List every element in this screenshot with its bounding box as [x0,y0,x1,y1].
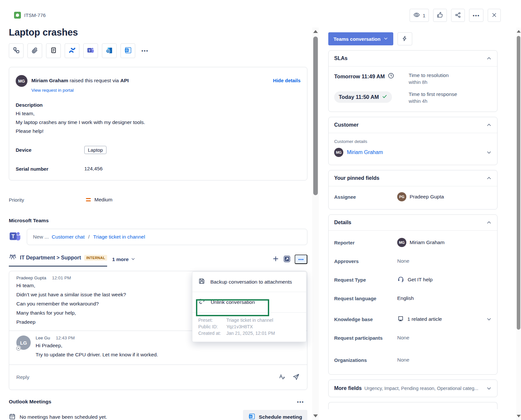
field-value[interactable]: None [397,335,492,341]
customer-heading: Customer [334,122,359,128]
breadcrumb[interactable]: ITSM-776 [14,12,307,19]
message-author[interactable]: Pradeep Gupta [16,275,46,280]
outlook-button[interactable]: O [102,43,117,58]
request-raised-line: Miriam Graham raised this request via AP… [31,78,129,84]
assignee-value[interactable]: PG Pradeep Gupta [397,192,492,201]
reply-input[interactable]: Reply [16,374,278,380]
device-value-chip[interactable]: Laptop [84,146,106,154]
scroll-up-arrow[interactable] [313,30,318,33]
outlook-meetings-heading: Outlook Meetings [9,399,51,405]
channel-name[interactable]: IT Department > Support [20,255,81,261]
view-request-portal-link[interactable]: View request in portal [31,88,74,93]
field-value[interactable]: 1 related article [397,315,492,323]
send-button[interactable] [292,373,300,381]
separator: / [88,234,90,240]
field-label: Request language [334,296,397,301]
teams-button[interactable]: T [83,43,98,58]
details-card-header[interactable]: Details [329,215,497,230]
chevron-down-icon[interactable] [486,317,492,322]
sla-target: within 8h [409,80,449,85]
field-value[interactable]: MG Miriam Graham [397,238,492,247]
chevron-up-icon[interactable] [486,56,492,61]
meta-label: Preset: [198,317,226,323]
watch-button[interactable]: 1 [410,9,429,22]
more-channels-dropdown[interactable]: 1 more [112,257,135,262]
outlook-calendar-icon: O [124,46,132,55]
forms-button[interactable] [46,43,61,58]
field-value[interactable]: None [397,357,492,363]
field-row-organizations: Organizations None [334,355,492,365]
field-value[interactable]: None [397,258,492,264]
open-in-teams-button[interactable] [283,255,291,264]
customer-card-header[interactable]: Customer [329,117,497,133]
share-icon [455,12,461,19]
scrollbar-thumb[interactable] [313,37,318,195]
chevron-up-icon[interactable] [486,176,492,181]
menu-item-backup-conversation[interactable]: Backup conversation to attachments [192,272,306,292]
field-label: Approvers [334,258,397,264]
menu-item-unlink-conversation[interactable]: Unlink conversation [192,292,306,312]
customer-name-link[interactable]: Miriam Graham [347,149,383,155]
chevron-up-icon[interactable] [486,220,492,225]
send-icon [292,373,300,381]
toolbar-more-button[interactable]: ••• [139,43,151,58]
save-icon [198,278,205,286]
priority-value[interactable]: Medium [94,197,112,203]
slas-card-header[interactable]: SLAs [329,51,497,66]
chevron-down-icon[interactable] [486,150,492,155]
format-text-button[interactable] [278,374,286,381]
page-scrollbar[interactable] [516,27,521,420]
add-message-button[interactable] [272,255,279,263]
pinned-fields-header[interactable]: Your pinned fields [329,170,497,186]
add-child-issue-button[interactable] [9,43,24,58]
field-row-request-participants: Request participants None [334,333,492,342]
conversation-more-button[interactable]: ••• [295,255,307,264]
field-value[interactable]: English [397,295,492,301]
teams-conversation-button[interactable]: Teams conversation [328,32,393,45]
outlook-mail-icon: O [106,47,113,55]
outlook-calendar-icon: O [248,413,255,420]
close-button[interactable] [488,9,501,22]
more-actions-button[interactable]: ••• [469,9,483,22]
ms-teams-logo: T [9,230,22,244]
confluence-button[interactable] [65,43,79,58]
avatar: MG [397,238,406,247]
svg-text:O: O [125,49,128,52]
hide-details-link[interactable]: Hide details [273,78,301,83]
outlook-more-button[interactable]: ••• [297,399,304,405]
scrollbar-thumb[interactable] [517,36,520,330]
main-scrollbar[interactable] [312,27,319,420]
schedule-meeting-button[interactable]: O Schedule meeting [243,410,307,420]
sla-row: Tomorrow 11:49 AM Time to resolution wit… [334,72,492,85]
like-button[interactable] [433,9,447,22]
share-button[interactable] [451,9,465,22]
scroll-up-arrow[interactable] [517,30,521,33]
details-heading: Details [334,220,351,226]
field-value[interactable]: Get IT help [397,275,492,284]
meta-value: Triage ticket in channel [226,318,273,323]
outlook-calendar-button[interactable]: O [121,43,135,58]
plus-icon [272,255,279,263]
issue-key[interactable]: ITSM-776 [24,12,46,18]
serial-number-value[interactable]: 124,456 [84,166,103,172]
chevron-down-icon[interactable] [486,386,492,391]
new-conversation-label[interactable]: New ... [33,234,49,240]
attach-button[interactable] [27,43,42,58]
channel-row: IT Department > Support INTERNAL 1 more … [9,254,307,267]
calendar-icon [9,413,16,420]
customer-chat-link[interactable]: Customer chat [52,234,85,240]
field-row-reporter: Reporter MG Miriam Graham [334,238,492,247]
channel-tab[interactable]: IT Department > Support INTERNAL [9,254,107,267]
more-fields-card[interactable]: More fields Urgency, Impact, Pending rea… [328,380,497,397]
message-author[interactable]: Lee Gu [36,335,50,340]
more-fields-label: More fields [334,385,362,391]
priority-label: Priority [9,197,86,203]
conversation-context-menu: Backup conversation to attachments Unlin… [192,272,306,342]
scroll-down-arrow[interactable] [517,415,521,417]
chevron-up-icon[interactable] [486,122,492,128]
ellipsis-icon: ••• [297,399,304,405]
automation-button[interactable] [398,32,412,45]
customer-row[interactable]: MG Miriam Graham [334,148,492,157]
scroll-down-arrow[interactable] [313,414,318,417]
triage-ticket-link[interactable]: Triage ticket in channel [93,234,145,240]
